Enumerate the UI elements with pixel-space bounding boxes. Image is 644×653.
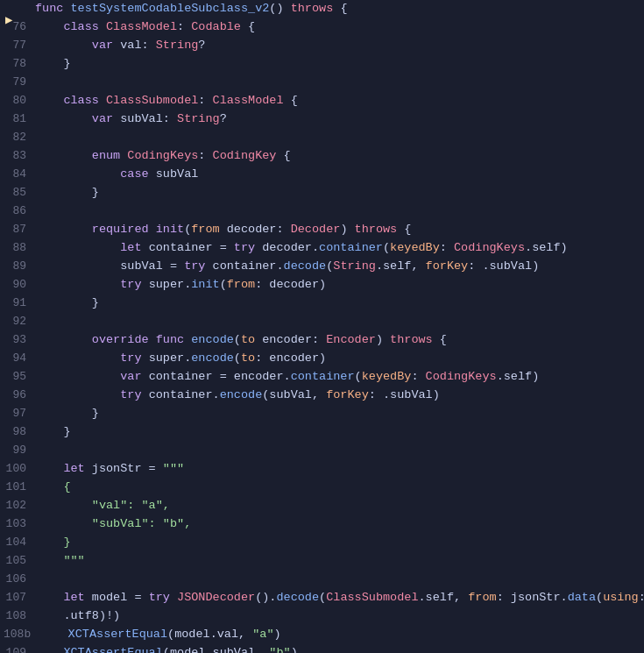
token-type: ClassSubmodel <box>326 591 418 604</box>
line: 77 var val: String? <box>0 37 644 55</box>
line: 85 } <box>0 184 644 202</box>
token-str: """ <box>35 554 85 567</box>
token-type: Codable <box>191 20 241 33</box>
code-container: ▶func testSystemCodableSubclass_v2() thr… <box>0 0 644 653</box>
line: 106 <box>0 571 644 589</box>
token-fn: testSystemCodableSubclass_v2 <box>71 2 270 15</box>
line-number: 96 <box>4 387 35 404</box>
token-kw: required <box>92 223 156 236</box>
token-kw: var <box>120 370 148 383</box>
line: 91 } <box>0 295 644 313</box>
line-number: 82 <box>4 129 35 146</box>
token-fn: container <box>291 370 355 383</box>
token-throws-kw: throws <box>355 223 398 236</box>
token-plain: ( <box>319 591 326 604</box>
line-number: 102 <box>4 497 35 515</box>
token-plain: decoder: <box>220 223 291 236</box>
line-number: 92 <box>4 313 35 330</box>
token-plain: { <box>433 333 447 346</box>
token-kw: try <box>120 351 148 365</box>
line: 99 <box>0 442 644 460</box>
token-plain <box>35 591 63 604</box>
token-plain: ( <box>234 333 241 346</box>
token-plain: .self) <box>525 241 568 254</box>
token-param: from <box>191 223 219 236</box>
line: 109 XCTAssertEqual(model.subVal, "b") <box>0 644 644 653</box>
token-fn: init <box>191 278 219 291</box>
token-plain: { <box>284 94 298 107</box>
token-kw: try <box>120 388 148 401</box>
token-param: keyedBy <box>362 370 412 383</box>
token-plain: } <box>35 296 99 309</box>
token-fn: XCTAssertEqual <box>35 646 163 653</box>
line-number: 85 <box>4 184 35 202</box>
line-number: 109 <box>4 644 35 653</box>
line: 82 <box>0 129 644 147</box>
line-number: 91 <box>4 295 35 312</box>
token-plain <box>35 241 120 254</box>
line-content: .utf8)!) <box>35 607 640 626</box>
token-plain: { <box>397 223 411 236</box>
line: 79 <box>0 74 644 92</box>
token-param: using <box>603 591 639 604</box>
token-str: "subVal": "b", <box>35 517 191 530</box>
token-type: CodingKeys <box>426 370 497 383</box>
line: 89 subVal = try container.decode(String.… <box>0 258 644 276</box>
line-content: } <box>35 295 640 313</box>
line: 96 try container.encode(subVal, forKey: … <box>0 387 644 405</box>
token-kw: init <box>156 223 184 236</box>
line: 93 override func encode(to encoder: Enco… <box>0 331 644 350</box>
line-content: let model = try JSONDecoder().decode(Cla… <box>35 589 644 607</box>
line: 94 try super.encode(to: encoder) <box>0 350 644 368</box>
token-kw: class <box>63 94 106 107</box>
token-plain: : <box>411 370 425 383</box>
line: 104 } <box>0 534 644 552</box>
token-kw: class <box>63 20 106 33</box>
code-block: ▶func testSystemCodableSubclass_v2() thr… <box>0 0 644 653</box>
line-content: subVal = try container.decode(String.sel… <box>35 258 640 276</box>
token-type: Decoder <box>291 223 341 236</box>
line-content: required init(from decoder: Decoder) thr… <box>35 221 640 239</box>
token-fn: encode <box>191 333 234 346</box>
token-plain: (). <box>255 591 276 604</box>
token-type: String <box>156 39 199 52</box>
line-number: 103 <box>4 515 35 533</box>
token-plain <box>35 94 63 107</box>
line: 95 var container = encoder.container(key… <box>0 368 644 387</box>
line-content: "subVal": "b", <box>35 515 640 534</box>
line-content: } <box>35 184 640 202</box>
token-param: to <box>241 351 255 365</box>
token-str: "a" <box>252 628 273 641</box>
token-fn: decode <box>284 259 327 273</box>
token-type: String <box>333 259 376 273</box>
line: 108 .utf8)!) <box>0 607 644 626</box>
token-plain: { <box>333 2 347 15</box>
token-plain: { <box>276 149 290 162</box>
token-type: ClassSubmodel <box>106 94 198 107</box>
line: 76 class ClassModel: Codable { <box>0 18 644 37</box>
token-plain: ( <box>220 278 227 291</box>
token-type: ClassModel <box>213 94 284 107</box>
token-plain: : decoder) <box>255 278 326 291</box>
line-number: 108 <box>4 607 35 625</box>
line: 81 var subVal: String? <box>0 110 644 129</box>
token-plain <box>35 278 120 291</box>
token-fn: encode <box>220 388 263 401</box>
token-kw: var <box>92 112 120 125</box>
line: 84 case subVal <box>0 166 644 184</box>
token-plain: ) <box>340 223 354 236</box>
token-kw: try <box>149 591 177 604</box>
token-type: Encoder <box>326 333 376 346</box>
token-plain: { <box>241 20 255 33</box>
token-kw: override <box>92 333 156 346</box>
line-content: """ <box>35 552 640 571</box>
line-number: 95 <box>4 368 35 386</box>
token-plain: ) <box>291 646 298 653</box>
token-plain: : encoder) <box>255 351 326 365</box>
line-number: 100 <box>4 460 35 478</box>
line-content: class ClassSubmodel: ClassModel { <box>35 92 640 110</box>
token-kw: enum <box>92 149 128 162</box>
line-content: let container = try decoder.container(ke… <box>35 239 640 258</box>
token-plain <box>35 370 120 383</box>
line-number: 90 <box>4 276 35 294</box>
